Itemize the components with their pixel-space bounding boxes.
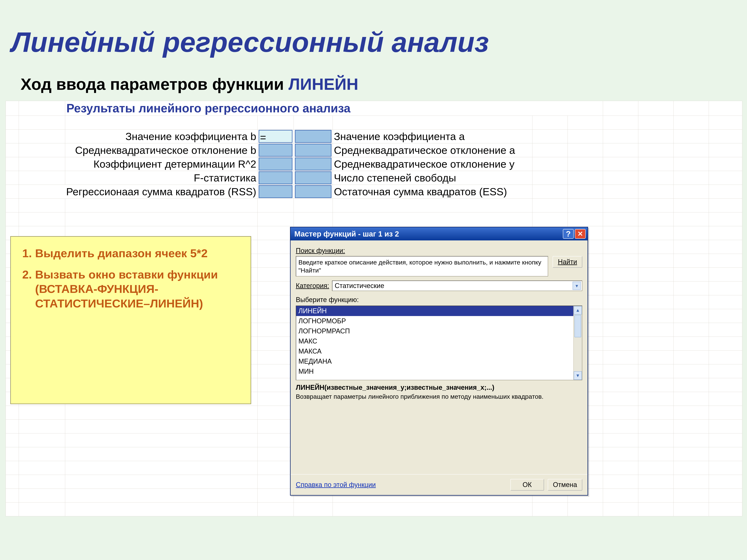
selected-cell[interactable] <box>295 185 332 198</box>
category-combobox[interactable]: Статистические ▾ <box>332 281 582 291</box>
function-item-selected[interactable]: ЛИНЕЙН <box>296 306 573 316</box>
find-button[interactable]: Найти <box>552 256 582 268</box>
active-cell[interactable]: = <box>259 130 292 143</box>
row-label-right: Значение коэффициента a <box>333 130 532 143</box>
instruction-box: Выделить диапазон ячеек 5*2 Вызвать окно… <box>10 236 251 404</box>
subtitle-prefix: Ход ввода параметров функции <box>21 75 288 93</box>
function-description: Возвращает параметры линейного приближен… <box>296 393 582 401</box>
row-label-left: Регрессионаая сумма квадратов (RSS) <box>19 185 257 198</box>
function-item[interactable]: МЕДИАНА <box>296 356 573 367</box>
dialog-titlebar[interactable]: Мастер функций - шаг 1 из 2 ? ✕ <box>290 228 588 240</box>
selected-cell[interactable] <box>259 158 292 170</box>
function-item[interactable]: ЛОГНОРМОБР <box>296 316 573 326</box>
choose-function-label: Выберите функцию: <box>296 296 582 304</box>
slide-title: Линейный регрессионный анализ <box>11 26 489 58</box>
row-label-right: Остаточная сумма квадратов (ESS) <box>333 185 532 198</box>
selected-cell[interactable] <box>295 130 332 143</box>
function-wizard-dialog: Мастер функций - шаг 1 из 2 ? ✕ Поиск фу… <box>290 227 588 496</box>
cancel-button[interactable]: Отмена <box>548 479 582 490</box>
scroll-up-icon[interactable]: ▲ <box>574 306 582 315</box>
row-label-right: Среднеквадратическое отклонение y <box>333 157 532 171</box>
search-label: Поиск функции: <box>296 247 582 255</box>
search-input[interactable]: Введите краткое описание действия, котор… <box>296 256 548 276</box>
step-1: Выделить диапазон ячеек 5*2 <box>35 246 245 261</box>
close-button[interactable]: ✕ <box>575 229 586 239</box>
help-button[interactable]: ? <box>563 229 574 239</box>
step-2: Вызвать окно вставки функции (ВСТАВКА-ФУ… <box>35 267 245 311</box>
scroll-down-icon[interactable]: ▼ <box>574 371 582 380</box>
selected-cell[interactable] <box>295 158 332 170</box>
category-label: Категория: <box>296 282 329 290</box>
selected-cell[interactable] <box>295 144 332 157</box>
function-item[interactable]: ЛОГНОРМРАСП <box>296 326 573 336</box>
function-item[interactable]: МАКСА <box>296 346 573 356</box>
row-label-right: Среднеквадратическое отклонение a <box>333 143 532 157</box>
row-label-left: F-статистика <box>65 171 258 185</box>
chevron-down-icon[interactable]: ▾ <box>572 282 581 290</box>
scrollbar[interactable]: ▲ ▼ <box>573 306 582 380</box>
selected-cell[interactable] <box>259 144 292 157</box>
slide-subtitle: Ход ввода параметров функции ЛИНЕЙН <box>21 75 358 94</box>
function-listbox[interactable]: ЛИНЕЙН ЛОГНОРМОБР ЛОГНОРМРАСП МАКС МАКСА… <box>296 306 573 380</box>
scroll-thumb[interactable] <box>574 315 581 337</box>
selected-cell[interactable] <box>259 171 292 184</box>
selected-cell[interactable] <box>295 171 332 184</box>
subtitle-function-name: ЛИНЕЙН <box>288 75 358 93</box>
dialog-title: Мастер функций - шаг 1 из 2 <box>294 230 399 238</box>
sheet-header: Результаты линейного регрессионного анал… <box>65 101 603 116</box>
row-label-left: Среднеквадратическое отклонение b <box>65 143 258 157</box>
row-label-left: Коэффициент детерминации R^2 <box>65 157 258 171</box>
function-item[interactable]: МИН <box>296 367 573 376</box>
function-signature: ЛИНЕЙН(известные_значения_y;известные_зн… <box>296 383 494 391</box>
function-item[interactable]: МАКС <box>296 336 573 346</box>
help-link[interactable]: Справка по этой функции <box>296 481 376 489</box>
row-label-left: Значение коэффициента b <box>65 130 258 143</box>
selected-cell[interactable] <box>259 185 292 198</box>
ok-button[interactable]: ОК <box>510 479 544 490</box>
row-label-right: Число степеней свободы <box>333 171 532 185</box>
category-value: Статистические <box>335 282 384 290</box>
